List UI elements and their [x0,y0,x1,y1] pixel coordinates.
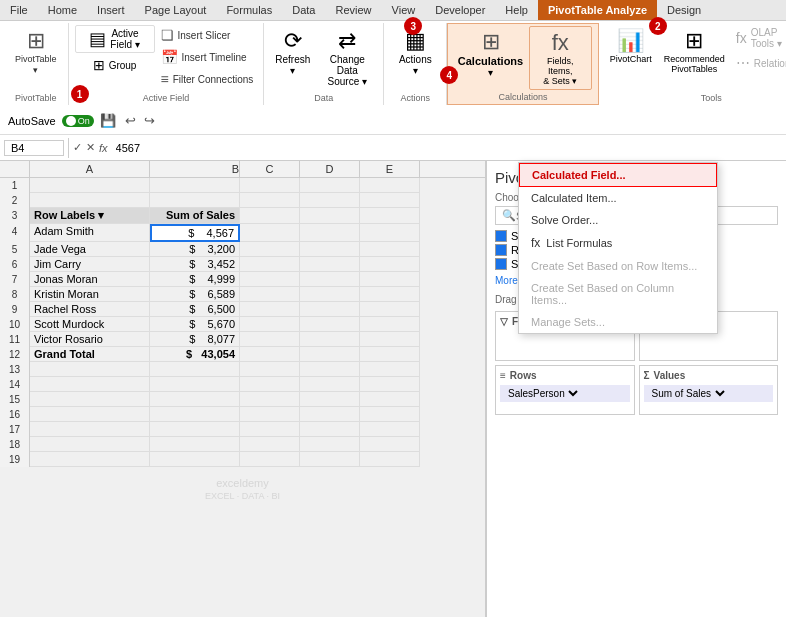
change-data-source-button[interactable]: ⇄ Change DataSource ▾ [317,25,377,90]
calculations-button[interactable]: ⊞ Calculations ▾ [454,26,526,81]
cell-c2[interactable] [240,193,300,208]
cell-b16[interactable] [150,407,240,422]
cell-reference-box[interactable]: B4 [4,140,64,156]
cell-b11[interactable]: $ 8,077 [150,332,240,347]
cell-c10[interactable] [240,317,300,332]
cell-a15[interactable] [30,392,150,407]
cell-c12[interactable] [240,347,300,362]
cell-e2[interactable] [360,193,420,208]
cell-c16[interactable] [240,407,300,422]
cell-a1[interactable] [30,178,150,193]
cell-c19[interactable] [240,452,300,467]
cell-d11[interactable] [300,332,360,347]
tab-developer[interactable]: Developer [425,0,495,20]
cell-b10[interactable]: $ 5,670 [150,317,240,332]
cell-b5[interactable]: $ 3,200 [150,242,240,257]
cell-a11[interactable]: Victor Rosario [30,332,150,347]
pivottable-button[interactable]: ⊞ PivotTable▾ [10,25,62,79]
cell-c17[interactable] [240,422,300,437]
cell-a2[interactable] [30,193,150,208]
cell-a7[interactable]: Jonas Moran [30,272,150,287]
cell-d10[interactable] [300,317,360,332]
cell-b4[interactable]: $ 4,567 [150,224,240,242]
cell-c14[interactable] [240,377,300,392]
dropdown-item-solve-order[interactable]: Solve Order... [519,209,717,231]
redo-button[interactable]: ↪ [141,113,158,128]
cell-e12[interactable] [360,347,420,362]
cell-d6[interactable] [300,257,360,272]
cell-a5[interactable]: Jade Vega [30,242,150,257]
tab-design[interactable]: Design [657,0,711,20]
cell-e19[interactable] [360,452,420,467]
cell-d7[interactable] [300,272,360,287]
checkbox-salesperson[interactable] [495,230,507,242]
cell-d3[interactable] [300,208,360,224]
group-button[interactable]: ⊞ Group [75,55,155,75]
insert-timeline-button[interactable]: 📅 Insert Timeline [157,47,258,67]
cell-d13[interactable] [300,362,360,377]
tab-page-layout[interactable]: Page Layout [135,0,217,20]
tab-file[interactable]: File [0,0,38,20]
cell-b17[interactable] [150,422,240,437]
recommended-pivottables-button[interactable]: ⊞ RecommendedPivotTables [659,25,730,77]
cell-e7[interactable] [360,272,420,287]
cell-b14[interactable] [150,377,240,392]
cell-c15[interactable] [240,392,300,407]
cell-b19[interactable] [150,452,240,467]
formula-cancel-icon[interactable]: ✕ [86,141,95,154]
tab-insert[interactable]: Insert [87,0,135,20]
cell-a12[interactable]: Grand Total [30,347,150,362]
tab-home[interactable]: Home [38,0,87,20]
cell-d15[interactable] [300,392,360,407]
tab-pivottable-analyze[interactable]: PivotTable Analyze [538,0,657,20]
cell-e8[interactable] [360,287,420,302]
filter-connections-button[interactable]: ≡ Filter Connections [157,69,258,89]
cell-e13[interactable] [360,362,420,377]
olap-tools-button[interactable]: fx OLAPTools ▾ [732,25,786,51]
cell-d19[interactable] [300,452,360,467]
cell-c18[interactable] [240,437,300,452]
checkbox-sales[interactable] [495,258,507,270]
cell-e16[interactable] [360,407,420,422]
cell-b8[interactable]: $ 6,589 [150,287,240,302]
tab-view[interactable]: View [382,0,426,20]
dropdown-item-list-formulas[interactable]: fx List Formulas [519,231,717,255]
insert-slicer-button[interactable]: ❏ Insert Slicer [157,25,258,45]
cell-a13[interactable] [30,362,150,377]
cell-e14[interactable] [360,377,420,392]
cell-e4[interactable] [360,224,420,242]
active-field-button[interactable]: ▤ ActiveField ▾ [75,25,155,53]
cell-d16[interactable] [300,407,360,422]
cell-b13[interactable] [150,362,240,377]
cell-a10[interactable]: Scott Murdock [30,317,150,332]
cell-b15[interactable] [150,392,240,407]
dropdown-item-calculated-field[interactable]: Calculated Field... [519,163,717,187]
cell-a14[interactable] [30,377,150,392]
cell-d9[interactable] [300,302,360,317]
cell-c4[interactable] [240,224,300,242]
rows-field-select[interactable]: SalesPerson [504,387,581,400]
cell-e11[interactable] [360,332,420,347]
cell-e10[interactable] [360,317,420,332]
relationships-button[interactable]: ⋯ Relationships [732,53,786,73]
cell-a8[interactable]: Kristin Moran [30,287,150,302]
cell-b2[interactable] [150,193,240,208]
cell-e17[interactable] [360,422,420,437]
cell-d5[interactable] [300,242,360,257]
cell-b12[interactable]: $ 43,054 [150,347,240,362]
cell-c7[interactable] [240,272,300,287]
cell-a3[interactable]: Row Labels ▾ [30,208,150,224]
autosave-toggle[interactable]: On [62,115,94,127]
cell-b9[interactable]: $ 6,500 [150,302,240,317]
cell-c9[interactable] [240,302,300,317]
cell-a17[interactable] [30,422,150,437]
cell-a16[interactable] [30,407,150,422]
cell-d1[interactable] [300,178,360,193]
cell-c11[interactable] [240,332,300,347]
cell-e3[interactable] [360,208,420,224]
cell-a9[interactable]: Rachel Ross [30,302,150,317]
cell-e18[interactable] [360,437,420,452]
cell-c1[interactable] [240,178,300,193]
values-field-select[interactable]: Sum of Sales [648,387,728,400]
cell-e6[interactable] [360,257,420,272]
